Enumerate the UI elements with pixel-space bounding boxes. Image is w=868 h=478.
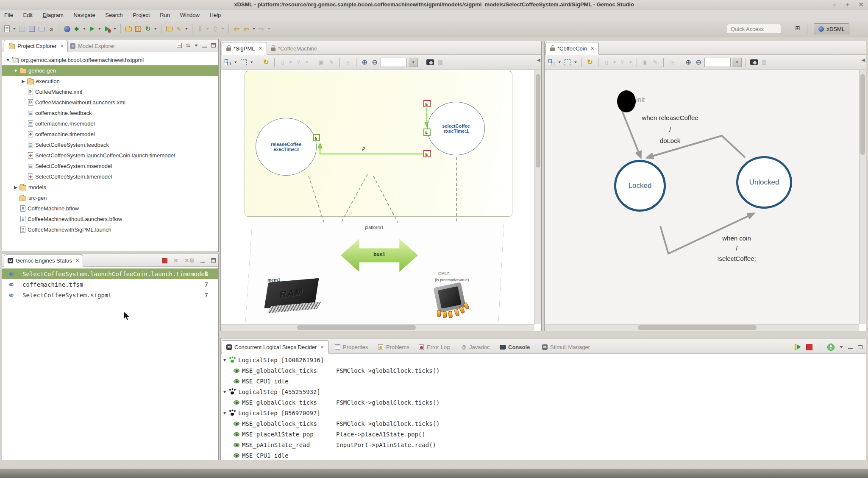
edit-style-icon[interactable]: ✎ [327,58,336,67]
tree-item[interactable]: CoffeeMachine.xml [2,87,218,97]
run-error-icon[interactable] [103,25,111,33]
output-port[interactable] [423,100,431,107]
open-perspective-icon[interactable]: ⊞ [795,25,800,31]
engine-row[interactable]: ⚙⚙ SelectCoffeeSystem.sigpml 7 [2,290,218,300]
open-folder-icon[interactable] [165,25,173,33]
forward-icon[interactable]: ⇨ [257,25,266,33]
distribute-icon[interactable]: ⑂ [618,58,627,67]
tree-item[interactable]: SelectCoffeeSystem.msemodel [2,161,218,171]
tab-model-explorer[interactable]: ≡ Model Explorer [67,40,118,52]
state-unlocked[interactable]: Unlocked [736,156,792,209]
menu-search[interactable]: Search [101,10,127,18]
zoom-level-input[interactable] [704,58,731,67]
debug-icon[interactable]: ✱ [72,25,81,33]
stop-engine-icon[interactable] [162,258,167,263]
zoom-level-input[interactable] [381,58,407,67]
minimize-icon[interactable]: – [832,1,836,8]
export-image-icon[interactable]: ▣ [317,58,326,67]
mse-row[interactable]: MSE_globalClock_ticks FSMClock->globalCl… [223,397,440,408]
tree-item[interactable]: CoffeeMachinewithSigPML.launch [2,224,218,235]
engine-row[interactable]: ⚙⚙ coffemachine.tfsm 7 [2,279,218,290]
close-icon[interactable]: ✕ [59,43,64,49]
zoom-in-icon[interactable]: ⊕ [684,58,693,67]
vertical-scrollbar[interactable] [859,70,866,324]
mse-row[interactable]: MSE_placeA1State_pop Place->placeA1State… [223,429,426,439]
tree-item[interactable]: CoffeeMachinewithoutLaunchers.bflow [2,214,218,224]
collapse-toolbar-icon[interactable]: ◀ [862,57,865,63]
tree-item-models[interactable]: ▶models [2,182,218,193]
mse-row[interactable]: MSE_pA1inState_read InputPort->pA1inStat… [223,439,436,450]
sigpml-canvas[interactable]: releaseCoffee execTime:3 selectCoffee ex… [221,70,535,324]
refresh-diagram-icon[interactable]: ↻ [586,58,594,67]
tree-item[interactable]: CoffeeMachine.bflow [2,203,218,214]
back-icon[interactable]: ⇦ [242,25,250,33]
mse-row[interactable]: MSE_globalClock_ticks FSMClock->globalCl… [223,365,440,376]
previous-annotation-icon[interactable]: ⇧ [211,25,220,33]
actor-releaseCoffee[interactable]: releaseCoffee execTime:3 [256,118,317,176]
minimize-view-icon[interactable] [202,44,207,48]
tree-item-execution[interactable]: ▶execution [2,76,218,87]
tab-error-log[interactable]: Error Log [414,340,454,354]
menu-project[interactable]: Project [128,10,154,18]
tab-javadoc[interactable]: @ Javadoc [456,340,494,354]
mse-row[interactable]: MSE_CPU1_idle [223,376,336,386]
view-menu-icon[interactable] [195,45,198,47]
menu-navigate[interactable]: Navigate [69,10,99,18]
tab-problems[interactable]: Problems [373,340,414,354]
new-launch-icon[interactable] [124,25,133,33]
save-icon[interactable] [18,25,26,33]
logical-step-row[interactable]: ▼ LogicalStep [856970097] [223,408,320,418]
stop-execution-icon[interactable] [806,344,812,350]
paste-layout-icon[interactable]: ▯ [278,58,287,67]
logical-step-row[interactable]: ▼ LogicalStep [455255932] [223,386,320,397]
logical-step-row[interactable]: ▼ LogicalStep [1008261936] [223,355,324,365]
transition-label[interactable]: when coin [690,235,783,242]
refresh-icon[interactable]: ↻ [144,25,152,33]
close-icon[interactable]: ✕ [858,1,864,8]
search-icon[interactable]: ⌀ [47,25,56,33]
tree-item[interactable]: coffemachine.msemodel [2,118,218,129]
transition-label[interactable]: when releaseCoffee [623,114,717,121]
grid-icon[interactable]: ▦ [760,58,768,67]
minimize-view-icon[interactable] [848,345,853,349]
tree-item[interactable]: SelectCoffeeSystem.timemodel [2,171,218,182]
edge-label[interactable]: p [362,145,365,151]
collapse-all-icon[interactable] [177,43,182,48]
tab-coffeemachine[interactable]: *CoffeeMachine [267,42,321,55]
close-icon[interactable]: ✕ [590,46,594,51]
grid-launch-icon[interactable] [134,25,142,33]
initial-state-dot[interactable] [617,90,636,112]
zoom-dropdown[interactable] [409,58,418,67]
refresh-diagram-icon[interactable]: ↻ [262,58,270,67]
close-icon[interactable]: ✕ [75,258,79,263]
close-icon[interactable]: ✕ [258,46,262,51]
select-mode-icon[interactable] [239,58,248,67]
decider-dropdown-icon[interactable] [840,346,843,348]
step-execution-icon[interactable] [795,344,801,350]
maximize-view-icon[interactable] [211,258,216,263]
tab-console[interactable]: Console [495,340,534,354]
zoom-out-icon[interactable]: ⊖ [370,58,379,67]
zoom-out-icon[interactable]: ⊖ [694,58,703,67]
menu-help[interactable]: Help [206,10,225,18]
save-all-icon[interactable] [28,25,36,33]
grid-icon[interactable]: ▦ [436,58,445,67]
maximize-view-icon[interactable] [211,43,216,48]
vertical-scrollbar[interactable] [534,70,541,324]
pen-icon[interactable]: ✎ [175,25,183,33]
layers-icon[interactable] [547,58,556,67]
paste-layout-icon[interactable]: ▯ [602,58,611,67]
tab-sigpml[interactable]: *SigPML ✕ [222,42,267,55]
camera-icon[interactable] [426,58,434,67]
zoom-in-icon[interactable]: ⊕ [360,58,369,67]
menu-window[interactable]: Window [176,10,204,18]
tree-item[interactable]: coffemachine.feedback [2,108,218,118]
dispose-all-engines-icon[interactable]: ✕⚙ [184,257,195,264]
output-port[interactable] [423,150,431,157]
actor-selectCoffee[interactable]: selectCoffee execTime:1 [427,102,485,155]
dispose-engine-icon[interactable]: ✕ [173,257,178,264]
camera-icon[interactable] [750,58,758,67]
engine-row[interactable]: ⚙⚙ SelectCoffeeSystem.launchCoffeeCoin.l… [2,268,218,279]
horizontal-scrollbar[interactable] [545,324,859,331]
close-icon[interactable]: ✕ [319,344,324,350]
